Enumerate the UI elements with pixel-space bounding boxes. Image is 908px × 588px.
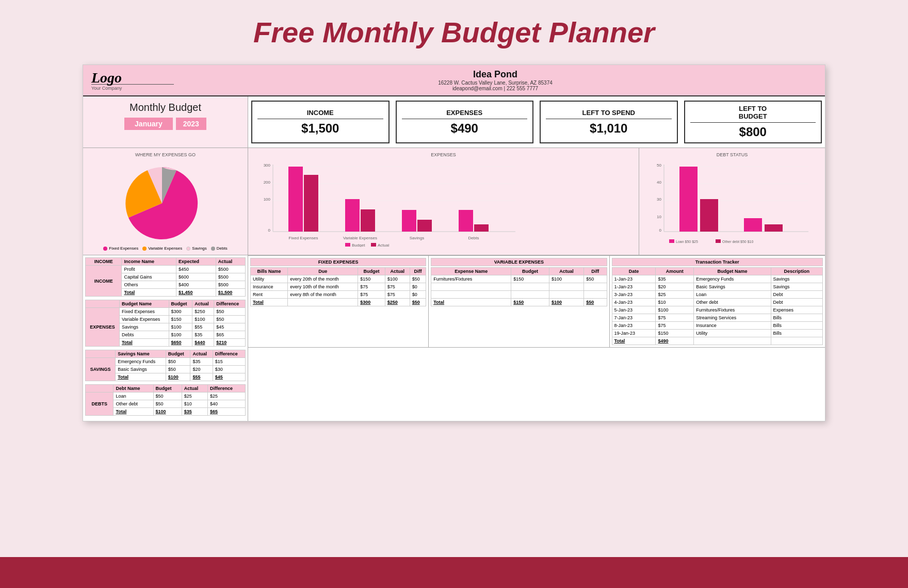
svg-text:Other debt $50 $10: Other debt $50 $10 xyxy=(722,240,753,243)
savings-dot xyxy=(186,247,190,251)
bar-chart-section: EXPENSES 300 200 100 0 xyxy=(248,148,639,255)
sav-section-header xyxy=(86,350,116,358)
income-total-act: $1,500 xyxy=(216,289,245,297)
variable-total-row: Total $150 $100 $50 xyxy=(431,299,607,306)
fixed-label: Fixed Expenses xyxy=(109,246,138,251)
monthly-budget-title: Monthly Budget xyxy=(88,102,242,113)
table-row: 4-Jan-23 $10 Other debt Debt xyxy=(612,299,823,306)
month-year-row: January 2023 xyxy=(88,118,242,130)
svg-text:0: 0 xyxy=(659,228,662,233)
legend-fixed: Fixed Expenses xyxy=(103,246,138,251)
svg-rect-12 xyxy=(361,209,375,232)
table-row: Insurance every 10th of the month $75 $7… xyxy=(251,283,426,291)
left-panel: Monthly Budget January 2023 xyxy=(83,96,248,148)
transaction-total-row: Total $490 xyxy=(612,337,823,345)
left-budget-label: LEFT TO BUDGET xyxy=(690,105,816,123)
expenses-table: Budget Name Budget Actual Difference EXP… xyxy=(85,300,246,347)
left-tables: INCOME Income Name Expected Actual INCOM… xyxy=(83,255,248,421)
svg-rect-37 xyxy=(744,218,762,232)
debts-label: Debts xyxy=(217,246,228,251)
svg-text:Fixed Expenses: Fixed Expenses xyxy=(289,236,318,240)
income-label-cell: INCOME xyxy=(86,266,122,297)
legend-variable: Variable Expenses xyxy=(142,246,182,251)
svg-rect-38 xyxy=(765,224,783,232)
table-row: EXPENSES Fixed Expenses $300 $250 $50 xyxy=(86,308,246,316)
table-row: 3-Jan-23 $25 Loan Debt xyxy=(612,291,823,299)
legend-debts: Debts xyxy=(211,246,228,251)
doc-body: Monthly Budget January 2023 INCOME $1,50… xyxy=(83,96,825,421)
debt-chart-title: DEBT STATUS xyxy=(643,152,821,157)
company-name: Idea Pond xyxy=(174,69,817,80)
variable-dot xyxy=(142,247,147,251)
svg-text:40: 40 xyxy=(657,180,661,185)
table-row: 8-Jan-23 $75 Insurance Bills xyxy=(612,322,823,330)
company-address: 16228 W. Cactus Valley Lane, Surprise, A… xyxy=(174,80,817,86)
income-total: Total xyxy=(122,289,176,297)
expenses-value: $490 xyxy=(451,121,478,136)
svg-rect-16 xyxy=(474,224,489,232)
svg-rect-10 xyxy=(304,175,318,232)
income-header-expected: Expected xyxy=(176,258,216,266)
year-badge: 2023 xyxy=(176,118,206,130)
top-section: Monthly Budget January 2023 INCOME $1,50… xyxy=(83,96,825,148)
table-row: Rent every 8th of the month $75 $75 $0 xyxy=(251,291,426,299)
debt-bar-chart: 50 40 30 10 0 Loan $50 $25 xyxy=(643,159,819,247)
savings-table: Savings Name Budget Actual Difference SA… xyxy=(85,350,246,381)
svg-rect-14 xyxy=(417,220,432,232)
bar-chart-title: EXPENSES xyxy=(252,152,635,157)
svg-text:Variable Expenses: Variable Expenses xyxy=(343,236,377,240)
exp-header-actual: Actual xyxy=(192,300,214,308)
svg-text:Loan $50 $25: Loan $50 $25 xyxy=(676,240,698,243)
income-others: Others xyxy=(122,281,176,289)
pie-chart-section: WHERE MY EXPENSES GO xyxy=(83,148,248,255)
transaction-section: Transaction Tracker Date Amount Budget N… xyxy=(610,256,825,347)
right-tables: FIXED EXPENSES Bills Name Due Budget Act… xyxy=(248,255,825,421)
left-spend-label: LEFT TO SPEND xyxy=(546,109,672,119)
bar-chart: 300 200 100 0 xyxy=(252,159,521,247)
middle-tables: FIXED EXPENSES Bills Name Due Budget Act… xyxy=(248,255,825,348)
tables-section: INCOME Income Name Expected Actual INCOM… xyxy=(83,255,825,421)
pie-chart xyxy=(87,159,237,242)
summary-card-left-spend: LEFT TO SPEND $1,010 xyxy=(540,101,678,143)
page-title: Free Monthly Budget Planner xyxy=(253,15,655,49)
table-row: DEBTS Loan $50 $25 $25 xyxy=(86,393,246,400)
svg-rect-11 xyxy=(345,199,360,232)
svg-rect-36 xyxy=(700,199,718,232)
exp-header-name: Budget Name xyxy=(119,300,169,308)
svg-text:50: 50 xyxy=(657,163,661,168)
income-capgains-exp: $600 xyxy=(176,273,216,281)
transaction-tracker-table: Date Amount Budget Name Description 1-Ja… xyxy=(612,267,823,345)
income-capgains: Capital Gains xyxy=(122,273,176,281)
variable-label: Variable Expenses xyxy=(148,246,182,251)
exp-header-diff: Difference xyxy=(214,300,246,308)
svg-rect-13 xyxy=(402,210,416,232)
income-others-exp: $400 xyxy=(176,281,216,289)
table-row: Utility every 20th of the month $150 $10… xyxy=(251,275,426,283)
charts-row: WHERE MY EXPENSES GO xyxy=(83,148,825,255)
svg-text:200: 200 xyxy=(264,180,271,185)
pie-chart-title: WHERE MY EXPENSES GO xyxy=(87,152,244,157)
fixed-exp-section: FIXED EXPENSES Bills Name Due Budget Act… xyxy=(248,256,429,347)
svg-text:300: 300 xyxy=(264,163,271,168)
svg-text:Actual: Actual xyxy=(378,243,389,247)
svg-text:Budget: Budget xyxy=(352,243,365,247)
svg-rect-21 xyxy=(345,243,350,247)
fixed-exp-title: FIXED EXPENSES xyxy=(250,258,426,266)
svg-text:Debts: Debts xyxy=(468,236,479,240)
pie-legend: Fixed Expenses Variable Expenses Savings… xyxy=(87,246,244,251)
table-row: INCOME Profit $450 $500 xyxy=(86,266,246,273)
svg-text:Savings: Savings xyxy=(410,236,424,240)
svg-rect-9 xyxy=(288,167,303,232)
fixed-total-row: Total $300 $250 $50 xyxy=(251,299,426,306)
left-spend-value: $1,010 xyxy=(590,121,627,136)
income-profit: Profit xyxy=(122,266,176,273)
income-header-actual: Actual xyxy=(216,258,245,266)
exp-header-budget: Budget xyxy=(169,300,192,308)
debts-dot xyxy=(211,247,215,251)
income-value: $1,500 xyxy=(301,121,339,136)
table-row: 1-Jan-23 $20 Basic Savings Savings xyxy=(612,283,823,291)
table-row: Furnitures/Fixtures $150 $100 $50 xyxy=(431,275,607,283)
table-row: 19-Jan-23 $150 Utility Bills xyxy=(612,330,823,337)
logo-area: Logo Your Company xyxy=(91,70,174,91)
summary-cards: INCOME $1,500 EXPENSES $490 LEFT TO SPEN… xyxy=(248,96,825,148)
